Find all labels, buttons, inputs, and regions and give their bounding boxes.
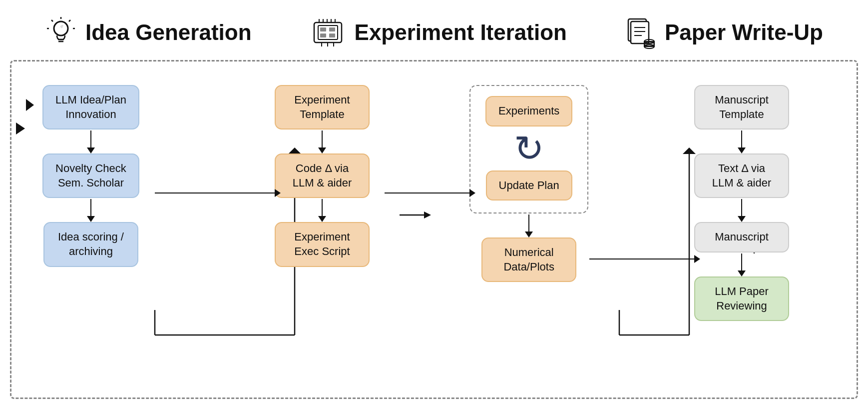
idea-scoring-label: Idea scoring / archiving bbox=[58, 230, 124, 258]
main-container: Idea Generation bbox=[0, 0, 868, 409]
arrow3 bbox=[318, 130, 326, 154]
arrow7 bbox=[738, 198, 746, 222]
svg-rect-21 bbox=[329, 34, 335, 38]
h-arrow-1-2 bbox=[155, 189, 281, 197]
manuscript-node: Manuscript bbox=[694, 222, 789, 252]
svg-point-0 bbox=[54, 22, 68, 36]
col3: Experiments ↻ Update Plan Numerical Data… bbox=[469, 85, 588, 282]
manuscript-label: Manuscript bbox=[715, 230, 769, 243]
experiment-iteration-title: Experiment Iteration bbox=[355, 20, 567, 45]
paper-writeup-title: Paper Write-Up bbox=[665, 20, 823, 45]
experiment-iteration-header: Experiment Iteration bbox=[309, 16, 567, 49]
arrow6 bbox=[738, 130, 746, 154]
llm-idea-label: LLM Idea/Plan Innovation bbox=[55, 94, 126, 120]
svg-line-2 bbox=[69, 20, 70, 22]
svg-rect-20 bbox=[320, 34, 326, 38]
header-row: Idea Generation bbox=[15, 10, 853, 55]
novelty-check-node: Novelty Check Sem. Scholar bbox=[42, 154, 139, 198]
arrow5 bbox=[525, 214, 533, 238]
arrow4 bbox=[318, 198, 326, 222]
svg-line-4 bbox=[51, 20, 53, 22]
update-plan-label: Update Plan bbox=[499, 179, 559, 192]
col1: LLM Idea/Plan Innovation Novelty Check S… bbox=[42, 85, 139, 267]
col4: Manuscript Template Text Δ via LLM & aid… bbox=[694, 85, 789, 321]
svg-rect-18 bbox=[320, 28, 326, 32]
text-delta-node: Text Δ via LLM & aider bbox=[694, 154, 789, 198]
arrow2 bbox=[87, 198, 95, 222]
idea-scoring-node: Idea scoring / archiving bbox=[43, 222, 138, 266]
manuscript-template-node: Manuscript Template bbox=[694, 85, 789, 130]
llm-reviewing-label: LLM Paper Reviewing bbox=[715, 285, 769, 312]
numerical-data-node: Numerical Data/Plots bbox=[481, 238, 576, 282]
experiments-node: Experiments bbox=[485, 96, 572, 126]
h-arrow-3-4 bbox=[589, 255, 700, 263]
llm-reviewing-node: LLM Paper Reviewing bbox=[694, 276, 789, 321]
novelty-check-label: Novelty Check Sem. Scholar bbox=[55, 162, 126, 189]
entry-arrow-head bbox=[26, 99, 34, 111]
numerical-data-label: Numerical Data/Plots bbox=[503, 246, 554, 273]
code-delta-node: Code Δ via LLM & aider bbox=[275, 154, 370, 198]
manuscript-template-label: Manuscript Template bbox=[715, 94, 769, 120]
idea-generation-title: Idea Generation bbox=[85, 20, 252, 45]
arrow8 bbox=[738, 252, 746, 276]
exp-template-node: Experiment Template bbox=[275, 85, 370, 130]
text-delta-label: Text Δ via LLM & aider bbox=[712, 162, 772, 189]
code-delta-label: Code Δ via LLM & aider bbox=[293, 162, 352, 189]
arrow1 bbox=[87, 130, 95, 154]
entry-arrow bbox=[16, 122, 25, 134]
dashed-loop: Experiments ↻ Update Plan bbox=[469, 85, 588, 214]
idea-generation-header: Idea Generation bbox=[45, 16, 252, 49]
refresh-icon: ↻ bbox=[514, 130, 544, 166]
gpu-icon bbox=[309, 16, 347, 49]
experiments-label: Experiments bbox=[498, 104, 559, 117]
exp-exec-node: Experiment Exec Script bbox=[275, 222, 370, 266]
llm-idea-node: LLM Idea/Plan Innovation bbox=[42, 85, 139, 130]
svg-rect-19 bbox=[329, 28, 335, 32]
col2: Experiment Template Code Δ via LLM & aid… bbox=[275, 85, 370, 267]
flow-diagram: LLM Idea/Plan Innovation Novelty Check S… bbox=[10, 65, 858, 399]
lightbulb-icon bbox=[45, 16, 77, 49]
exp-exec-label: Experiment Exec Script bbox=[294, 230, 350, 258]
h-arrow-2-3 bbox=[385, 189, 475, 197]
paper-writeup-icon bbox=[624, 16, 657, 49]
svg-marker-44 bbox=[424, 212, 431, 218]
paper-writeup-header: Paper Write-Up bbox=[624, 16, 823, 49]
update-plan-node: Update Plan bbox=[486, 170, 572, 201]
exp-template-label: Experiment Template bbox=[294, 94, 350, 120]
